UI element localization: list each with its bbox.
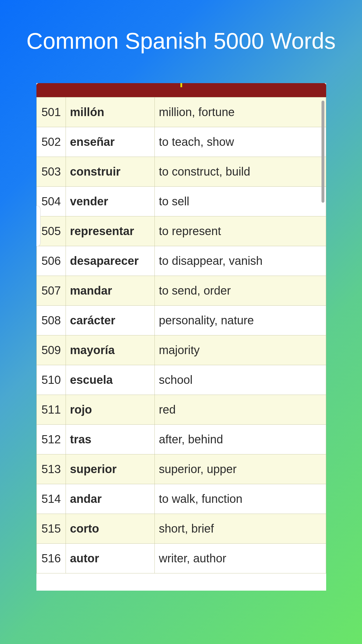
scrollbar-thumb[interactable] (321, 101, 324, 203)
header-marker (180, 83, 182, 87)
spanish-word: corto (66, 514, 155, 544)
spanish-word: mandar (66, 276, 155, 306)
english-meaning: school (155, 365, 326, 395)
word-number: 504 (37, 187, 66, 216)
word-number: 505 (37, 216, 66, 246)
table-row[interactable]: 512trasafter, behind (37, 425, 326, 454)
english-meaning: to construct, build (155, 157, 326, 187)
word-number: 514 (37, 484, 66, 514)
word-number: 502 (37, 127, 66, 157)
word-number: 511 (37, 395, 66, 425)
spanish-word: construir (66, 157, 155, 187)
table-row[interactable]: 507mandarto send, order (37, 276, 326, 306)
table-row[interactable]: 502enseñarto teach, show (37, 127, 326, 157)
word-number: 516 (37, 544, 66, 573)
app-screenshot-frame: 501millónmillion, fortune502enseñarto te… (36, 83, 326, 591)
page-title: Common Spanish 5000 Words (0, 0, 362, 72)
table-row[interactable]: 513superiorsuperior, upper (37, 454, 326, 484)
spanish-word: tras (66, 425, 155, 454)
english-meaning: after, behind (155, 425, 326, 454)
table-row[interactable]: 508carácterpersonality, nature (37, 306, 326, 335)
english-meaning: to disappear, vanish (155, 246, 326, 276)
word-number: 503 (37, 157, 66, 187)
word-number: 501 (37, 97, 66, 127)
spanish-word: autor (66, 544, 155, 573)
spanish-word: rojo (66, 395, 155, 425)
vocab-table: 501millónmillion, fortune502enseñarto te… (36, 97, 326, 573)
word-number: 513 (37, 454, 66, 484)
spanish-word: enseñar (66, 127, 155, 157)
english-meaning: to walk, function (155, 484, 326, 514)
english-meaning: red (155, 395, 326, 425)
table-row[interactable]: 510escuelaschool (37, 365, 326, 395)
word-number: 512 (37, 425, 66, 454)
word-number: 506 (37, 246, 66, 276)
spanish-word: desaparecer (66, 246, 155, 276)
table-row[interactable]: 504venderto sell (37, 187, 326, 216)
side-drawer-handle[interactable] (36, 206, 41, 246)
word-number: 508 (37, 306, 66, 335)
spanish-word: superior (66, 454, 155, 484)
spanish-word: representar (66, 216, 155, 246)
table-row[interactable]: 511rojored (37, 395, 326, 425)
spanish-word: andar (66, 484, 155, 514)
spanish-word: mayoría (66, 335, 155, 365)
table-row[interactable]: 505representarto represent (37, 216, 326, 246)
word-number: 509 (37, 335, 66, 365)
english-meaning: to send, order (155, 276, 326, 306)
english-meaning: writer, author (155, 544, 326, 573)
table-row[interactable]: 515cortoshort, brief (37, 514, 326, 544)
word-number: 515 (37, 514, 66, 544)
english-meaning: majority (155, 335, 326, 365)
spanish-word: millón (66, 97, 155, 127)
table-row[interactable]: 516autorwriter, author (37, 544, 326, 573)
table-row[interactable]: 503construirto construct, build (37, 157, 326, 187)
english-meaning: to represent (155, 216, 326, 246)
table-row[interactable]: 514andarto walk, function (37, 484, 326, 514)
english-meaning: short, brief (155, 514, 326, 544)
spanish-word: carácter (66, 306, 155, 335)
english-meaning: million, fortune (155, 97, 326, 127)
english-meaning: superior, upper (155, 454, 326, 484)
spanish-word: vender (66, 187, 155, 216)
table-row[interactable]: 506desaparecerto disappear, vanish (37, 246, 326, 276)
english-meaning: to teach, show (155, 127, 326, 157)
english-meaning: personality, nature (155, 306, 326, 335)
word-number: 510 (37, 365, 66, 395)
word-number: 507 (37, 276, 66, 306)
spanish-word: escuela (66, 365, 155, 395)
app-header-bar (36, 83, 326, 97)
english-meaning: to sell (155, 187, 326, 216)
table-row[interactable]: 509mayoríamajority (37, 335, 326, 365)
table-row[interactable]: 501millónmillion, fortune (37, 97, 326, 127)
